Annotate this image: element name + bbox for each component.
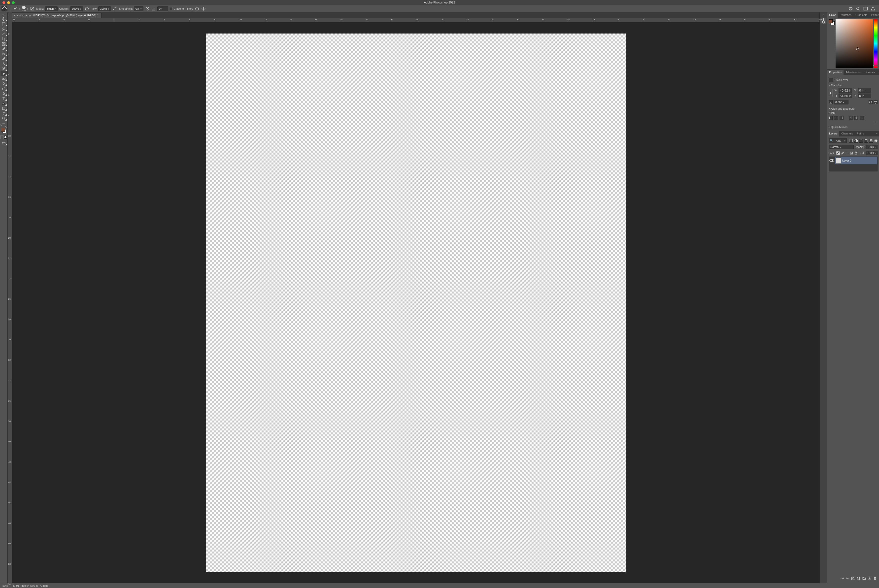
home-button[interactable]: [2, 6, 8, 11]
quickmask-mode-button[interactable]: [4, 135, 7, 139]
color-swatches[interactable]: [0, 127, 7, 134]
doc-info[interactable]: 40.917 in x 54.556 in (72 ppi): [12, 584, 50, 587]
layer-name[interactable]: Layer 0: [842, 159, 852, 162]
tool-preset-chev[interactable]: [19, 7, 20, 10]
brush-preview[interactable]: 600: [22, 6, 26, 12]
delete-layer-button[interactable]: [873, 576, 877, 580]
document-tab[interactable]: × chris-hardy-_ViDPYQXrdY-unsplash.jpg @…: [12, 13, 102, 18]
lock-artboard-button[interactable]: [849, 151, 854, 155]
layer-mask-button[interactable]: [851, 576, 855, 580]
align-right-button[interactable]: [840, 116, 843, 120]
align-bottom-button[interactable]: [860, 116, 864, 120]
gradient-tool[interactable]: [0, 76, 7, 81]
layer-style-button[interactable]: fx▾: [846, 576, 850, 580]
lock-position-button[interactable]: [845, 151, 849, 155]
hue-slider-cursor[interactable]: [873, 65, 878, 66]
link-wh-button[interactable]: [829, 89, 832, 97]
canvas-area[interactable]: [12, 22, 819, 583]
brush-settings-button[interactable]: [30, 6, 35, 11]
lock-transparency-button[interactable]: [836, 151, 840, 155]
blur-tool[interactable]: [0, 81, 7, 86]
crop-tool[interactable]: [0, 36, 7, 41]
lasso-tool[interactable]: [0, 27, 7, 32]
zoom-level[interactable]: 50%: [3, 584, 8, 587]
brush-picker-chev[interactable]: [27, 7, 28, 10]
hue-slider[interactable]: [874, 20, 878, 68]
path-selection-tool[interactable]: [0, 101, 7, 106]
blend-mode-select[interactable]: Normal: [829, 145, 854, 149]
clone-stamp-tool[interactable]: [0, 61, 7, 66]
tab-adjustments[interactable]: Adjustments: [843, 70, 862, 75]
dock-expand-toggle[interactable]: ‹‹: [822, 14, 824, 16]
layers-panel-menu[interactable]: ≡: [874, 131, 879, 136]
color-field[interactable]: [836, 20, 873, 68]
close-tab-button[interactable]: ×: [14, 14, 15, 17]
width-input[interactable]: [838, 88, 852, 93]
hand-tool[interactable]: [0, 111, 7, 116]
selection-tool[interactable]: [0, 32, 7, 36]
history-brush-tool[interactable]: [0, 66, 7, 71]
window-minimize-button[interactable]: [7, 1, 10, 4]
pressure-opacity-button[interactable]: [84, 6, 89, 11]
tab-swatches[interactable]: Swatches: [837, 12, 854, 18]
pen-tool[interactable]: [0, 91, 7, 96]
filter-smart-icon[interactable]: [869, 139, 873, 142]
color-field-cursor[interactable]: [856, 48, 859, 50]
filter-pixel-icon[interactable]: [849, 139, 853, 142]
filter-adjust-icon[interactable]: [854, 139, 858, 142]
opacity-input[interactable]: 100%: [70, 6, 83, 11]
airbrush-button[interactable]: [112, 6, 117, 11]
angle-input[interactable]: 0.00°: [834, 100, 849, 105]
workspace-button[interactable]: [863, 6, 868, 11]
filter-toggle[interactable]: [874, 140, 878, 142]
layer-group-button[interactable]: [862, 576, 866, 580]
layer-visibility-toggle[interactable]: [829, 157, 835, 164]
flow-input[interactable]: 100%: [98, 6, 111, 11]
transform-section-toggle[interactable]: Transform: [829, 83, 878, 88]
tool-preset-picker[interactable]: [13, 6, 18, 11]
pressure-size-button[interactable]: [195, 6, 200, 11]
angle-input[interactable]: 0°: [158, 6, 168, 11]
tab-layers[interactable]: Layers: [827, 131, 839, 136]
x-input[interactable]: [858, 88, 871, 93]
lock-all-button[interactable]: [854, 151, 858, 155]
healing-brush-tool[interactable]: [0, 51, 7, 56]
document-canvas[interactable]: [206, 33, 626, 572]
flip-v-button[interactable]: [873, 100, 878, 104]
layer-row[interactable]: Layer 0: [829, 157, 877, 164]
lock-pixels-button[interactable]: [840, 151, 844, 155]
marquee-tool[interactable]: [0, 22, 7, 27]
tab-paths[interactable]: Paths: [855, 131, 866, 136]
horizontal-ruler[interactable]: 1012141602468101214161820222426283032343…: [12, 18, 819, 22]
layer-list[interactable]: Layer 0: [829, 156, 878, 171]
cloud-docs-button[interactable]: [848, 6, 853, 11]
eraser-tool[interactable]: [0, 71, 7, 76]
brush-tool[interactable]: [0, 56, 7, 61]
height-input[interactable]: [838, 93, 852, 98]
tab-properties[interactable]: Properties: [827, 70, 843, 75]
standard-mode-button[interactable]: [0, 135, 3, 139]
frame-tool[interactable]: [0, 41, 7, 46]
link-layers-button[interactable]: [840, 576, 844, 580]
window-close-button[interactable]: [3, 1, 5, 4]
align-hcenter-button[interactable]: [834, 116, 838, 120]
fill-input[interactable]: 100%: [866, 151, 878, 155]
share-button[interactable]: [870, 6, 876, 11]
default-colors-button[interactable]: ◻: [0, 123, 2, 126]
screen-mode-button[interactable]: [0, 141, 7, 146]
move-tool[interactable]: [0, 16, 7, 22]
align-more-button[interactable]: ···: [829, 121, 878, 125]
color-panel-swatch[interactable]: [829, 20, 835, 25]
layer-opacity-input[interactable]: 100%: [866, 145, 878, 149]
type-tool[interactable]: [0, 96, 7, 101]
zoom-tool[interactable]: [0, 116, 7, 121]
align-vcenter-button[interactable]: [854, 116, 858, 120]
properties-panel-menu[interactable]: ≡: [877, 70, 879, 75]
layer-thumbnail[interactable]: [836, 157, 841, 164]
adjustment-layer-button[interactable]: [856, 576, 861, 580]
smoothing-input[interactable]: 0%: [134, 6, 144, 11]
filter-shape-icon[interactable]: [864, 139, 868, 142]
shape-tool[interactable]: [0, 106, 7, 111]
symmetry-button[interactable]: [201, 6, 206, 11]
new-layer-button[interactable]: [868, 576, 872, 580]
